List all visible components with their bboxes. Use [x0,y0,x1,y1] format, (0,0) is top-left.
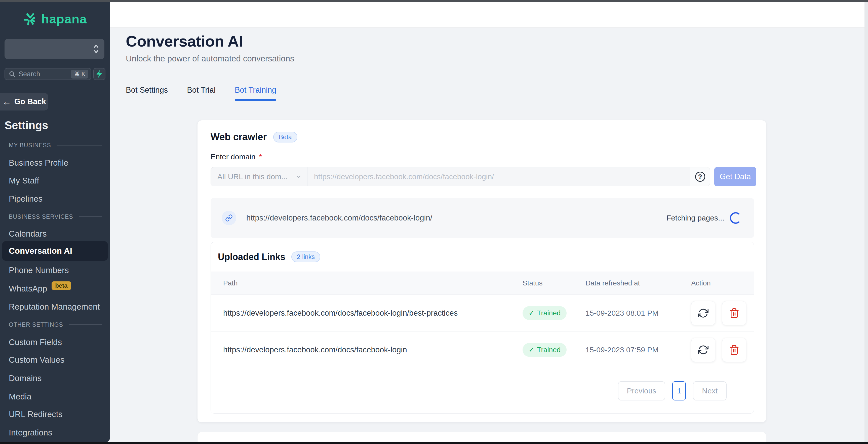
location-select[interactable] [4,39,104,59]
fetching-status-text: Fetching pages... [666,214,724,222]
table-row: https://developers.facebook.com/docs/fac… [211,331,754,368]
status-badge: ✓ Trained [523,306,566,320]
sidebar-item-label: WhatsApp [9,284,47,294]
fetching-status-row: https://developers.facebook.com/docs/fac… [211,198,754,238]
hapana-logo-icon [23,12,37,26]
uploaded-links-title: Uploaded Links [218,252,285,262]
previous-page-button[interactable]: Previous [618,381,665,401]
domain-help-button[interactable]: ? [690,167,710,186]
topbar [110,2,865,28]
sidebar-item-reputation-management[interactable]: Reputation Management [9,299,100,315]
row-path: https://developers.facebook.com/docs/fac… [211,308,523,318]
column-status: Status [523,279,585,287]
table-row: https://developers.facebook.com/docs/fac… [211,295,754,331]
trash-icon [729,345,739,355]
circle-question-icon: ? [695,172,705,182]
row-refreshed-at: 15-09-2023 08:01 PM [585,309,691,317]
column-action: Action [691,279,754,287]
loading-spinner-icon [730,212,741,224]
links-count-badge: 2 links [291,251,320,262]
chevron-down-icon [296,174,302,180]
status-badge: ✓ Trained [523,343,566,357]
row-refreshed-at: 15-09-2023 07:59 PM [585,346,691,354]
uploaded-links-card: Uploaded Links 2 links Path Status Data … [211,242,754,414]
page-subtitle: Unlock the power of automated conversati… [126,54,294,63]
sidebar-item-whatsapp[interactable]: WhatsApp beta [9,280,71,297]
sidebar-title: Settings [4,119,48,131]
table-header: Path Status Data refreshed at Action [211,272,754,295]
delete-button[interactable] [722,338,746,362]
sidebar-item-custom-values[interactable]: Custom Values [9,352,64,368]
sidebar-item-domains[interactable]: Domains [9,370,41,386]
sidebar-item-url-redirects[interactable]: URL Redirects [9,406,62,422]
sidebar-item-media[interactable]: Media [9,389,31,405]
back-arrow-icon: ← [2,96,11,107]
column-refreshed: Data refreshed at [585,279,691,287]
refresh-icon [698,308,709,318]
quick-actions-button[interactable] [93,68,105,80]
trash-icon [729,308,739,318]
tab-bot-trial[interactable]: Bot Trial [187,85,216,96]
sidebar-item-custom-fields[interactable]: Custom Fields [9,334,62,350]
sidebar-item-integrations[interactable]: Integrations [9,425,52,441]
search-placeholder: Search [19,70,71,78]
link-icon [225,214,233,222]
sidebar-item-pipelines[interactable]: Pipelines [9,191,42,207]
go-back-button[interactable]: ← Go Back [0,93,48,111]
sidebar-item-business-profile[interactable]: Business Profile [9,155,68,171]
beta-badge: Beta [273,131,297,143]
row-path: https://developers.facebook.com/docs/fac… [211,345,523,354]
sidebar-item-conversation-ai[interactable]: Conversation AI [2,241,108,261]
section-label-business-services: BUSINESS SERVICES [9,209,102,225]
retrain-button[interactable] [691,338,715,362]
required-asterisk: * [259,152,262,161]
url-scope-value: All URL in this dom... [217,172,287,181]
next-page-button[interactable]: Next [693,381,726,401]
tab-bar: Bot Settings Bot Trial Bot Training [126,85,840,100]
whatsapp-beta-badge: beta [52,282,71,290]
sidebar-item-phone-numbers[interactable]: Phone Numbers [9,262,69,278]
pagination: Previous 1 Next [211,368,754,414]
get-data-button[interactable]: Get Data [714,167,756,186]
page-scrollbar[interactable] [865,2,868,442]
hapana-logo: hapana [0,12,110,26]
lightning-icon [96,70,103,78]
web-crawler-card: Web crawler Beta Enter domain * All URL … [197,120,766,423]
chevron-up-down-icon [92,44,100,54]
page-number-button[interactable]: 1 [672,381,686,401]
window-edge-bottom [0,442,868,444]
delete-button[interactable] [722,301,746,325]
sidebar: hapana Search ⌘ K ← Go Back Settings MY … [0,2,110,442]
section-label-other-settings: OTHER SETTINGS [9,317,102,333]
tab-bot-training[interactable]: Bot Training [235,85,276,96]
section-label-my-business: MY BUSINESS [9,137,102,153]
domain-input-group: All URL in this dom... ? [211,167,710,186]
logo-text: hapana [41,12,87,26]
refresh-icon [698,345,709,355]
column-path: Path [211,279,523,287]
search-input[interactable]: Search ⌘ K [4,68,91,80]
web-crawler-title: Web crawler [211,131,267,143]
enter-domain-label: Enter domain [211,152,255,161]
url-scope-select[interactable]: All URL in this dom... [211,167,307,186]
search-icon [8,70,16,78]
go-back-label: Go Back [14,97,46,106]
domain-url-input[interactable] [307,167,690,186]
fetching-url: https://developers.facebook.com/docs/fac… [246,213,666,223]
check-icon: ✓ [529,309,534,317]
sidebar-item-calendars[interactable]: Calendars [9,226,46,242]
tab-bot-settings[interactable]: Bot Settings [126,85,168,96]
page-title: Conversation AI [126,32,243,50]
sidebar-item-my-staff[interactable]: My Staff [9,173,39,189]
search-shortcut-badge: ⌘ K [71,70,88,79]
window-edge-top [0,0,868,2]
check-icon: ✓ [529,346,534,354]
retrain-button[interactable] [691,301,715,325]
link-badge [222,211,236,225]
